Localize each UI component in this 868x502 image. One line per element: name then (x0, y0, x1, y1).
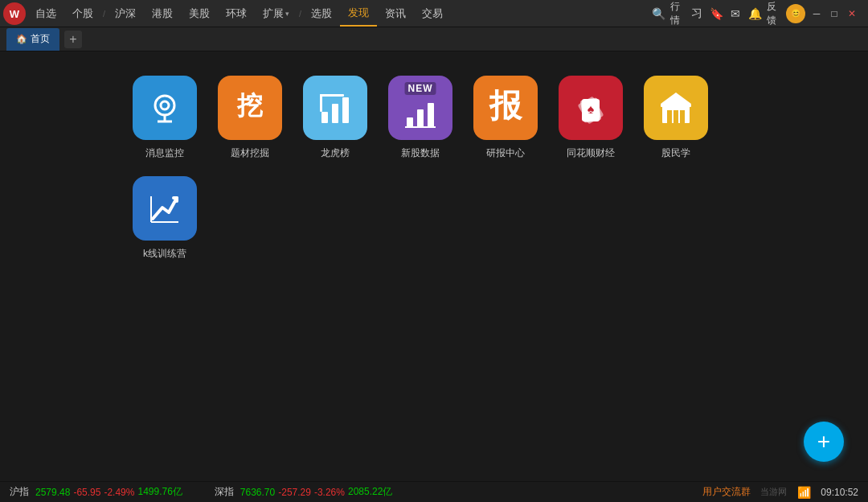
tab-add-button[interactable]: + (64, 31, 82, 48)
svg-rect-14 (428, 103, 434, 127)
nav-huanqiu[interactable]: 环球 (218, 0, 255, 27)
app-row-2: k线训练营 (129, 176, 868, 261)
svg-rect-11 (320, 94, 322, 112)
tab-home-label: 首页 (31, 32, 50, 46)
clock: 09:10:52 (821, 487, 858, 498)
nav-tabs: 自选 个股 / 沪深 港股 美股 环球 扩展 / 选股 发现 资讯 交易 (27, 0, 651, 27)
wifi-icon: 📶 (796, 485, 811, 500)
svg-rect-7 (321, 112, 328, 123)
nav-xuangu[interactable]: 选股 (303, 0, 340, 27)
home-icon: 🏠 (16, 34, 27, 44)
svg-rect-10 (320, 94, 344, 97)
ticai-icon: 挖 (218, 76, 282, 140)
svg-point-3 (161, 101, 169, 109)
nav-sep1: / (101, 9, 107, 19)
app-xinxi[interactable]: 消息监控 (129, 76, 201, 160)
shanghai-change: -65.95 (73, 487, 100, 498)
search-icon[interactable]: 🔍 (651, 6, 665, 21)
shenzhen-volume: 2085.22亿 (348, 485, 392, 499)
shanghai-volume: 1499.76亿 (137, 485, 182, 499)
app-logo: W (3, 2, 26, 25)
svg-text:W: W (10, 8, 20, 20)
svg-rect-8 (332, 104, 338, 123)
kxian-label: k线训练营 (143, 247, 186, 261)
shanghai-value: 2579.48 (35, 487, 70, 498)
status-bar: 沪指 2579.48 -65.95 -2.49% 1499.76亿 深指 763… (0, 481, 868, 502)
longhubang-icon (303, 76, 367, 140)
app-row-1: 消息监控 挖 题材挖掘 (129, 76, 868, 160)
bell-icon[interactable]: 🔔 (747, 6, 762, 21)
main-content: 消息监控 挖 题材挖掘 (0, 51, 868, 481)
nav-faxian[interactable]: 发现 (340, 0, 377, 27)
nav-meigu[interactable]: 美股 (181, 0, 218, 27)
title-bar: W 自选 个股 / 沪深 港股 美股 环球 扩展 / 选股 发现 资讯 交易 🔍… (0, 0, 868, 27)
xingudata-label: 新股数据 (401, 146, 440, 160)
xingudata-icon: NEW (388, 76, 452, 140)
svg-rect-25 (680, 110, 685, 123)
nav-gudan[interactable]: 个股 (64, 0, 101, 27)
yanbao-icon: 报 (473, 76, 538, 140)
kxian-icon (133, 176, 197, 241)
new-badge: NEW (405, 82, 436, 95)
app-xingudata[interactable]: NEW 新股数据 (384, 76, 457, 160)
shenzhen-value: 7636.70 (240, 487, 275, 498)
app-kxian[interactable]: k线训练营 (129, 176, 201, 261)
ticai-label: 题材挖掘 (231, 146, 269, 160)
nav-zixun[interactable]: 资讯 (377, 0, 414, 27)
nav-ganggu[interactable]: 港股 (144, 0, 181, 27)
shanghai-pct: -2.49% (104, 487, 134, 498)
tab-home[interactable]: 🏠 首页 (6, 28, 59, 51)
tonghua-icon: ♠ (559, 76, 623, 140)
svg-text:挖: 挖 (236, 91, 264, 120)
app-tonghua[interactable]: ♠ 同花顺财经 (555, 76, 627, 160)
title-right: 🔍 行情 习 🔖 ✉ 🔔 反馈 😊 ─ □ ✕ (651, 4, 865, 23)
svg-rect-26 (674, 110, 678, 123)
app-grid: 消息监控 挖 题材挖掘 (129, 76, 868, 261)
tab-bar: 🏠 首页 + (0, 27, 868, 51)
maximize-button[interactable]: □ (828, 7, 841, 20)
shenzhen-pct: -3.26% (314, 487, 345, 498)
svg-point-2 (155, 96, 174, 115)
xinxi-label: 消息监控 (145, 146, 184, 160)
hangqing-label[interactable]: 行情 (670, 6, 685, 21)
svg-marker-23 (661, 93, 691, 104)
shenzhen-label: 深指 (215, 485, 234, 499)
feedback-label[interactable]: 反馈 (767, 6, 781, 21)
app-yanbao[interactable]: 报 研报中心 (469, 76, 542, 160)
yanbao-label: 研报中心 (486, 146, 525, 160)
tonghua-label: 同花顺财经 (567, 146, 615, 160)
nav-kuozhan[interactable]: 扩展 (255, 0, 297, 27)
guminxue-label: 股民学 (661, 146, 690, 160)
svg-text:♠: ♠ (588, 102, 595, 116)
shanghai-label: 沪指 (10, 485, 29, 499)
avatar[interactable]: 😊 (786, 4, 805, 23)
svg-rect-13 (417, 109, 424, 127)
svg-rect-22 (661, 104, 691, 107)
svg-rect-12 (407, 117, 413, 127)
close-button[interactable]: ✕ (845, 7, 858, 20)
svg-text:报: 报 (489, 88, 523, 123)
guminxue-icon (644, 76, 708, 140)
user-group-link[interactable]: 用户交流群 (702, 485, 751, 499)
nav-sep2: / (297, 9, 303, 19)
email-icon[interactable]: ✉ (728, 6, 743, 21)
nav-jiaoyi[interactable]: 交易 (414, 0, 451, 27)
nav-zixuan[interactable]: 自选 (27, 0, 64, 27)
app-longhubang[interactable]: 龙虎榜 (299, 76, 371, 160)
shenzhen-change: -257.29 (278, 487, 311, 498)
longhubang-label: 龙虎榜 (321, 146, 350, 160)
xinxi-icon (133, 76, 197, 140)
status-right: 用户交流群 当游网 📶 09:10:52 (702, 485, 858, 500)
svg-rect-24 (667, 110, 672, 123)
watermark: 当游网 (760, 486, 787, 498)
svg-rect-9 (342, 97, 349, 123)
bookmark-icon[interactable]: 🔖 (709, 6, 723, 21)
minimize-button[interactable]: ─ (810, 7, 823, 20)
app-guminxue[interactable]: 股民学 (640, 76, 712, 160)
learn-icon[interactable]: 习 (690, 6, 704, 21)
app-ticai[interactable]: 挖 题材挖掘 (214, 76, 286, 160)
nav-hushen[interactable]: 沪深 (107, 0, 144, 27)
fab-button[interactable]: + (804, 422, 844, 462)
